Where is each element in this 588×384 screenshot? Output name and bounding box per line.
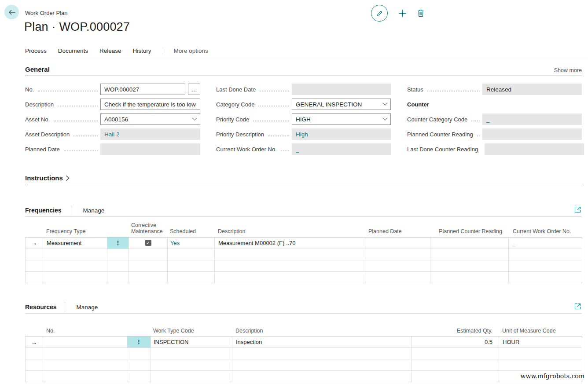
table-row-empty[interactable]	[26, 249, 582, 260]
no-assist-button[interactable]: …	[188, 84, 200, 95]
table-row-empty[interactable]	[26, 272, 582, 283]
column-header-description[interactable]: Description	[214, 228, 366, 237]
frequency-type-cell[interactable]: Measurement	[43, 238, 107, 249]
counter-category-code-value[interactable]: _	[482, 113, 582, 125]
field-label: Planned Counter Reading	[407, 131, 473, 138]
last-done-counter-reading-value	[485, 143, 584, 155]
priority-description-value[interactable]: High	[292, 128, 391, 140]
empty-cell	[43, 371, 127, 382]
empty-cell	[168, 249, 215, 260]
column-header-corrective-maintenance[interactable]: Corrective Maintenance	[129, 222, 167, 237]
dotted-leader	[64, 147, 98, 151]
empty-cell	[232, 371, 412, 382]
work-type-code-cell[interactable]: INSPECTION	[151, 336, 232, 348]
table-row-empty[interactable]	[26, 359, 582, 371]
dotted-leader	[281, 147, 289, 151]
frequencies-title[interactable]: Frequencies	[25, 207, 61, 214]
nav-item-release[interactable]: Release	[99, 48, 121, 54]
column-header-planned-counter-reading[interactable]: Planned Counter Reading	[430, 228, 508, 237]
general-column-right: Status Released Counter Counter Category…	[407, 84, 582, 155]
description-cell[interactable]: Inspection	[232, 336, 412, 348]
empty-cell	[509, 272, 582, 283]
field-counter-category-code: Counter Category Code _	[407, 113, 582, 125]
unit-of-measure-code-cell[interactable]: HOUR	[499, 336, 582, 348]
no-input[interactable]: WOP.000027	[100, 84, 185, 95]
priority-code-value: HIGH	[296, 116, 311, 123]
frequency-row[interactable]: → Measurement ⋮ ✓ Yes Measurement M00002…	[26, 238, 582, 249]
empty-cell	[366, 272, 430, 283]
general-column-middle: Last Done Date Category Code GENERAL INS…	[216, 84, 391, 155]
column-header-planned-date[interactable]: Planned Date	[366, 228, 430, 237]
frequencies-focus-mode-icon[interactable]	[574, 206, 581, 213]
frequencies-part-header: Frequencies Manage	[25, 205, 104, 216]
resources-title[interactable]: Resources	[25, 304, 57, 311]
planned-counter-reading-cell[interactable]	[430, 238, 509, 249]
resources-table-header: No. Work Type Code Description Estimated…	[25, 324, 582, 336]
trash-icon	[417, 9, 424, 17]
priority-code-dropdown[interactable]: HIGH	[292, 113, 391, 125]
frequencies-manage-button[interactable]: Manage	[83, 207, 104, 214]
column-header-no[interactable]: No.	[43, 328, 127, 336]
empty-cell	[26, 272, 43, 283]
table-row-empty[interactable]	[26, 371, 582, 382]
description-input[interactable]: Check if the temperature is too low	[100, 99, 200, 110]
field-label: Description	[25, 101, 54, 108]
resources-focus-mode-icon[interactable]	[574, 303, 581, 310]
nav-item-process[interactable]: Process	[25, 48, 47, 54]
frequencies-table: Frequency Type Corrective Maintenance Sc…	[25, 222, 582, 283]
empty-cell	[43, 249, 107, 260]
empty-cell	[151, 348, 232, 359]
column-header-scheduled[interactable]: Scheduled	[167, 228, 214, 237]
column-header-estimated-qty[interactable]: Estimated Qty.	[412, 328, 499, 336]
edit-button[interactable]	[371, 5, 388, 22]
column-header-current-work-order-no[interactable]: Current Work Order No.	[508, 228, 582, 237]
watermark-text: www.mfgrobots.com	[521, 373, 584, 380]
dotted-leader	[477, 132, 480, 136]
row-options-button[interactable]: ⋮	[127, 336, 151, 348]
scheduled-cell[interactable]: Yes	[168, 238, 215, 249]
empty-cell	[215, 249, 366, 260]
nav-item-history[interactable]: History	[133, 48, 151, 54]
empty-cell	[151, 359, 232, 371]
empty-cell	[232, 348, 412, 359]
table-row-empty[interactable]	[26, 260, 582, 272]
empty-cell	[127, 348, 151, 359]
empty-cell	[43, 260, 107, 272]
general-section-header[interactable]: General	[25, 66, 50, 73]
estimated-qty-cell[interactable]: 0.5	[412, 336, 499, 348]
dotted-leader	[38, 87, 98, 91]
action-bar: Process Documents Release History More o…	[25, 45, 208, 56]
page-toolbar	[371, 4, 424, 22]
column-header-work-type-code[interactable]: Work Type Code	[151, 328, 232, 336]
planned-date-cell[interactable]	[366, 238, 430, 249]
no-cell[interactable]	[43, 336, 127, 348]
column-header-unit-of-measure-code[interactable]: Unit of Measure Code	[499, 328, 582, 336]
instructions-section-header[interactable]: Instructions	[25, 174, 70, 182]
asset-description-value[interactable]: Hall 2	[100, 128, 200, 140]
category-code-dropdown[interactable]: GENERAL INSPECTION	[292, 99, 391, 110]
corrective-maintenance-checkbox[interactable]: ✓	[145, 240, 151, 246]
current-work-order-no-value[interactable]: _	[292, 143, 391, 155]
table-row-empty[interactable]	[26, 348, 582, 359]
more-options-button[interactable]: More options	[174, 48, 208, 54]
empty-cell	[412, 348, 499, 359]
row-selector-arrow-icon: →	[31, 239, 37, 246]
row-options-button[interactable]: ⋮	[107, 238, 129, 249]
counter-group-label: Counter	[407, 99, 582, 110]
description-cell[interactable]: Measurement M00002 (F) ..70	[215, 238, 366, 249]
field-label: Category Code	[216, 101, 254, 108]
delete-button[interactable]	[417, 9, 424, 17]
empty-cell	[412, 359, 499, 371]
nav-item-documents[interactable]: Documents	[58, 48, 88, 54]
column-header-frequency-type[interactable]: Frequency Type	[43, 228, 107, 237]
show-more-link[interactable]: Show more	[554, 67, 582, 73]
back-button[interactable]	[4, 5, 19, 19]
resource-row[interactable]: → ⋮ INSPECTION Inspection 0.5 HOUR	[26, 336, 582, 348]
column-header-description[interactable]: Description	[232, 328, 412, 336]
chevron-right-icon	[66, 175, 70, 181]
asset-no-dropdown[interactable]: A000156	[100, 113, 200, 125]
resources-manage-button[interactable]: Manage	[77, 304, 98, 311]
current-work-order-no-cell[interactable]: _	[509, 238, 582, 249]
new-button[interactable]	[398, 9, 407, 18]
field-priority-code: Priority Code HIGH	[216, 113, 391, 125]
